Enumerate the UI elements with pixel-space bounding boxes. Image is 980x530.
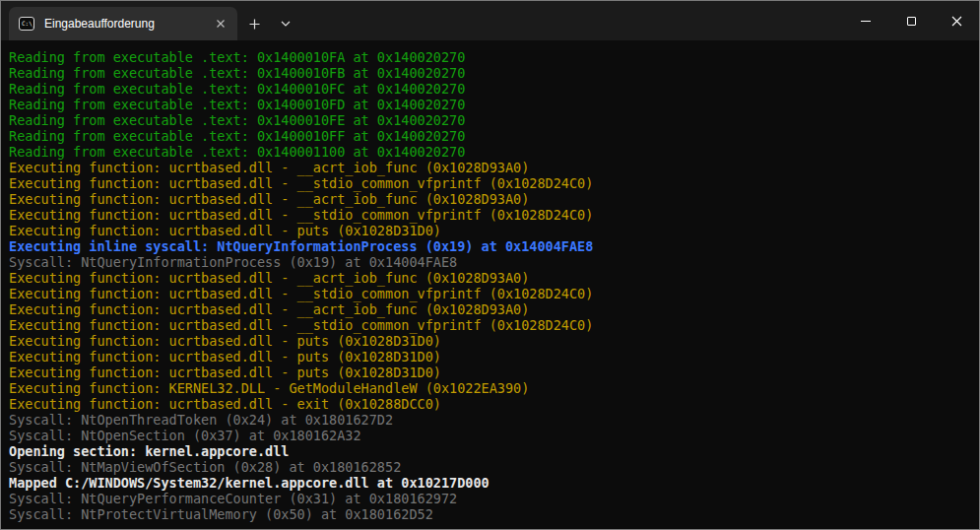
terminal-line: Reading from executable .text: 0x1400010…	[9, 65, 975, 81]
new-tab-button[interactable]	[237, 7, 271, 40]
terminal-line: Executing function: ucrtbased.dll - __ac…	[9, 160, 975, 175]
terminal-line: Mapped C:/WINDOWS/System32/kernel.appcor…	[9, 475, 975, 491]
plus-icon	[249, 19, 260, 30]
terminal-line: Executing function: ucrtbased.dll - __ac…	[9, 301, 975, 317]
terminal-line: Executing function: ucrtbased.dll - __st…	[9, 175, 975, 191]
terminal-line: Executing function: ucrtbased.dll - puts…	[9, 364, 975, 380]
close-button[interactable]	[934, 1, 979, 40]
terminal-line: Executing function: ucrtbased.dll - __ac…	[9, 270, 975, 286]
terminal-line: Syscall: NtProtectVirtualMemory (0x50) a…	[9, 506, 975, 522]
terminal-line: Executing function: ucrtbased.dll - puts…	[9, 349, 975, 364]
terminal-line: Reading from executable .text: 0x1400010…	[9, 81, 975, 97]
terminal-line: Executing function: ucrtbased.dll - __st…	[9, 317, 975, 333]
close-icon	[216, 19, 226, 29]
terminal-line: Executing function: ucrtbased.dll - __st…	[9, 286, 975, 301]
terminal-line: Executing function: ucrtbased.dll - __ac…	[9, 191, 975, 207]
minimize-button[interactable]	[843, 1, 888, 40]
terminal-line: Executing function: KERNEL32.DLL - GetMo…	[9, 380, 975, 396]
tab-close-button[interactable]	[210, 13, 231, 34]
terminal-line: Syscall: NtQueryInformationProcess (0x19…	[9, 254, 975, 270]
maximize-icon	[907, 17, 916, 26]
terminal-window: C:\_ Eingabeaufforderung	[0, 0, 980, 530]
terminal-line: Executing inline syscall: NtQueryInforma…	[9, 238, 975, 254]
terminal-line: Syscall: NtOpenSection (0x37) at 0x18016…	[9, 428, 975, 443]
cmd-icon: C:\_	[19, 17, 34, 31]
terminal-line: Reading from executable .text: 0x1400010…	[9, 128, 975, 144]
terminal-line: Executing function: ucrtbased.dll - puts…	[9, 333, 975, 349]
terminal-line: Reading from executable .text: 0x1400010…	[9, 97, 975, 112]
title-bar[interactable]: C:\_ Eingabeaufforderung	[1, 1, 979, 40]
tab-title: Eingabeaufforderung	[44, 17, 210, 31]
tab-dropdown-button[interactable]	[271, 7, 300, 40]
terminal-line: Executing function: ucrtbased.dll - exit…	[9, 396, 975, 412]
terminal-line: Reading from executable .text: 0x1400011…	[9, 144, 975, 160]
terminal-line: Reading from executable .text: 0x1400010…	[9, 112, 975, 128]
terminal-output[interactable]: Reading from executable .text: 0x1400010…	[1, 40, 979, 529]
close-icon	[951, 16, 962, 27]
terminal-line: Reading from executable .text: 0x1400010…	[9, 49, 975, 65]
terminal-line: Executing function: ucrtbased.dll - puts…	[9, 223, 975, 238]
terminal-line: Syscall: NtQueryPerformanceCounter (0x31…	[9, 491, 975, 506]
terminal-line: Executing function: ucrtbased.dll - __st…	[9, 207, 975, 223]
terminal-line: Opening section: kernel.appcore.dll	[9, 443, 975, 459]
titlebar-drag-area[interactable]	[300, 1, 843, 40]
minimize-icon	[861, 21, 871, 22]
terminal-line: Syscall: NtOpenThreadToken (0x24) at 0x1…	[9, 412, 975, 428]
chevron-down-icon	[281, 21, 291, 27]
tab-eingabeaufforderung[interactable]: C:\_ Eingabeaufforderung	[9, 7, 237, 40]
terminal-line: Syscall: NtMapViewOfSection (0x28) at 0x…	[9, 459, 975, 475]
maximize-button[interactable]	[888, 1, 934, 40]
